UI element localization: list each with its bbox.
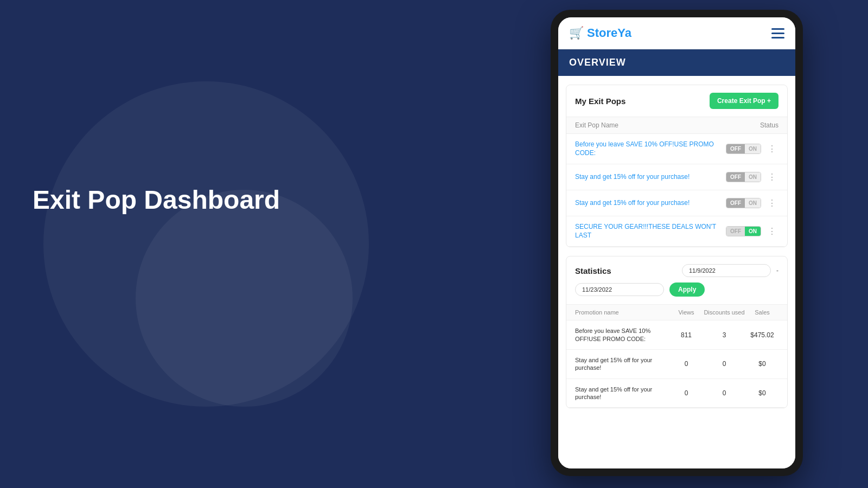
create-exit-pop-button[interactable]: Create Exit Pop +	[710, 93, 778, 109]
toggle-off-label[interactable]: OFF	[726, 144, 745, 153]
promo-col-header: Promotion name	[575, 309, 670, 316]
toggle-on-label[interactable]: ON	[745, 227, 761, 236]
sales-col-header: Sales	[746, 309, 778, 316]
stats-views: 811	[670, 331, 703, 339]
stats-views: 0	[670, 360, 703, 368]
exit-pop-name-col-header: Exit Pop Name	[575, 121, 618, 129]
views-col-header: Views	[670, 309, 703, 316]
row-menu-button[interactable]: ⋮	[765, 171, 778, 183]
apply-button[interactable]: Apply	[669, 282, 705, 297]
stats-sales: $475.02	[746, 331, 778, 339]
toggle-on-label[interactable]: ON	[745, 144, 761, 153]
row-controls: OFF ON ⋮	[726, 225, 778, 237]
table-row: Stay and get 15% off for your purchase! …	[566, 190, 787, 216]
statistics-title: Statistics	[575, 266, 611, 275]
date-from-input[interactable]	[682, 264, 771, 277]
exit-pops-header: My Exit Pops Create Exit Pop +	[566, 85, 787, 117]
tablet-screen: 🛒 StoreYa OVERVIEW My Exit Pops Create E…	[558, 17, 795, 468]
toggle-switch[interactable]: OFF ON	[726, 144, 761, 154]
logo-text: StoreYa	[587, 26, 631, 40]
table-row: Stay and get 15% off for your purchase! …	[566, 379, 787, 408]
toggle-off-label[interactable]: OFF	[726, 172, 745, 182]
table-row: Stay and get 15% off for your purchase! …	[566, 350, 787, 379]
stats-promo-name: Before you leave SAVE 10% OFF!USE PROMO …	[575, 327, 670, 343]
exit-pop-name: Before you leave SAVE 10% OFF!USE PROMO …	[575, 140, 720, 157]
exit-pops-card: My Exit Pops Create Exit Pop + Exit Pop …	[566, 85, 788, 247]
toggle-on-label[interactable]: ON	[745, 198, 761, 208]
table-row: Before you leave SAVE 10% OFF!USE PROMO …	[566, 134, 787, 164]
toggle-switch[interactable]: OFF ON	[726, 226, 761, 236]
table-row: SECURE YOUR GEAR!!!THESE DEALS WON'T LAS…	[566, 216, 787, 247]
toggle-off-label[interactable]: OFF	[726, 198, 745, 208]
row-menu-button[interactable]: ⋮	[765, 197, 778, 209]
toggle-off-label[interactable]: OFF	[726, 227, 745, 236]
toggle-switch[interactable]: OFF ON	[726, 172, 761, 182]
stats-promo-name: Stay and get 15% off for your purchase!	[575, 356, 670, 372]
stats-promo-name: Stay and get 15% off for your purchase!	[575, 386, 670, 401]
main-content: My Exit Pops Create Exit Pop + Exit Pop …	[558, 76, 795, 468]
row-menu-button[interactable]: ⋮	[765, 225, 778, 237]
bg-decoration-2	[136, 190, 353, 407]
row-menu-button[interactable]: ⋮	[765, 143, 778, 155]
date-to-input[interactable]	[575, 283, 664, 296]
stats-discounts: 0	[703, 360, 746, 368]
row-controls: OFF ON ⋮	[726, 197, 778, 209]
stats-discounts: 0	[703, 389, 746, 397]
stats-discounts: 3	[703, 331, 746, 339]
hamburger-menu-button[interactable]	[771, 28, 784, 38]
statistics-card: Statistics - Apply Promotion name Views …	[566, 256, 788, 408]
row-controls: OFF ON ⋮	[726, 171, 778, 183]
app-header: 🛒 StoreYa	[558, 17, 795, 49]
stats-sales: $0	[746, 389, 778, 397]
exit-pop-name: Stay and get 15% off for your purchase!	[575, 199, 720, 208]
cart-icon: 🛒	[569, 26, 584, 40]
exit-pop-status-col-header: Status	[760, 121, 778, 129]
stats-views: 0	[670, 389, 703, 397]
exit-pop-name: SECURE YOUR GEAR!!!THESE DEALS WON'T LAS…	[575, 223, 720, 240]
overview-title: OVERVIEW	[569, 57, 626, 68]
statistics-header: Statistics - Apply	[566, 256, 787, 305]
hero-title: Exit Pop Dashboard	[33, 184, 280, 216]
toggle-switch[interactable]: OFF ON	[726, 198, 761, 208]
table-row: Stay and get 15% off for your purchase! …	[566, 164, 787, 190]
row-controls: OFF ON ⋮	[726, 143, 778, 155]
date-separator: -	[776, 267, 778, 274]
exit-pops-title: My Exit Pops	[575, 97, 626, 106]
stats-sales: $0	[746, 360, 778, 368]
table-row: Before you leave SAVE 10% OFF!USE PROMO …	[566, 320, 787, 350]
overview-bar: OVERVIEW	[558, 49, 795, 76]
exit-pops-table-header: Exit Pop Name Status	[566, 117, 787, 134]
toggle-on-label[interactable]: ON	[745, 172, 761, 182]
logo: 🛒 StoreYa	[569, 26, 631, 40]
tablet-device: 🛒 StoreYa OVERVIEW My Exit Pops Create E…	[551, 10, 803, 476]
statistics-table-header: Promotion name Views Discounts used Sale…	[566, 305, 787, 320]
exit-pop-name: Stay and get 15% off for your purchase!	[575, 173, 720, 182]
discounts-col-header: Discounts used	[703, 309, 746, 316]
